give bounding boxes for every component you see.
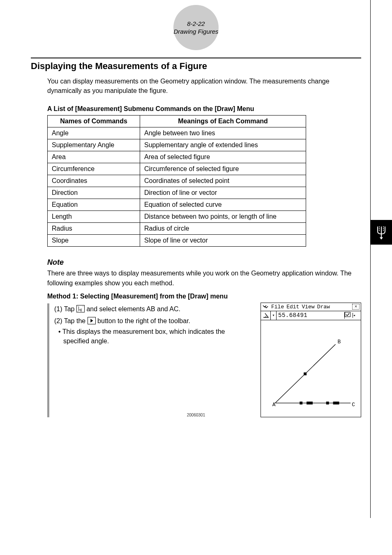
table-row: LengthDistance between two points, or le…	[48, 211, 306, 223]
section-title: Displaying the Measurements of a Figure	[31, 61, 361, 72]
point-b-label: B	[337, 338, 341, 345]
table-row: EquationEquation of selected curve	[48, 199, 306, 211]
table-row: DirectionDirection of line or vector	[48, 187, 306, 199]
table-row: RadiusRadius of circle	[48, 223, 306, 235]
commands-table: Names of Commands Meanings of Each Comma…	[47, 115, 306, 247]
svg-rect-16	[307, 402, 313, 405]
method1-step2: (2) Tap the button to the right of the t…	[54, 315, 252, 326]
note-body: There are three ways to display measurem…	[47, 268, 361, 287]
method1-head: Method 1: Selecting [Measurement] from t…	[47, 293, 361, 300]
confirm-icon[interactable]	[344, 312, 353, 319]
menu-view[interactable]: View	[302, 304, 314, 310]
table-row: CircumferenceCircumference of selected f…	[48, 163, 306, 175]
table-row: AngleAngle between two lines	[48, 127, 306, 139]
page-header-badge: 8-2-22 Drawing Figures	[173, 5, 219, 50]
select-tool-icon	[76, 305, 85, 312]
menubar: File Edit View Draw ×	[261, 303, 361, 311]
toolbar: ▾ 55.68491 ◂	[261, 311, 361, 320]
table-row: SlopeSlope of line or vector	[48, 235, 306, 247]
table-row: Supplementary AngleSupplementary angle o…	[48, 139, 306, 151]
point-a-label: A	[272, 402, 276, 408]
menu-file[interactable]: File	[271, 304, 284, 310]
table-header-row: Names of Commands Meanings of Each Comma…	[48, 116, 306, 127]
trident-icon	[375, 225, 387, 240]
measurement-value[interactable]: 55.68491	[277, 312, 344, 319]
toolbar-expand-icon	[88, 317, 96, 324]
svg-rect-13	[304, 372, 307, 375]
section-rule	[31, 58, 361, 58]
svg-rect-10	[345, 312, 350, 317]
table-head-left: Names of Commands	[48, 116, 140, 127]
footer-code: 20060301	[0, 413, 392, 417]
point-c-label: C	[352, 402, 355, 408]
note-head: Note	[47, 258, 361, 267]
table-row: AreaArea of selected figure	[48, 151, 306, 163]
menu-draw[interactable]: Draw	[317, 304, 330, 310]
menu-edit[interactable]: Edit	[286, 304, 299, 310]
chapter-name: Drawing Figures	[173, 28, 218, 36]
method-accent-bar	[47, 303, 49, 417]
close-icon[interactable]: ×	[352, 304, 360, 310]
table-row: CoordinatesCoordinates of selected point	[48, 175, 306, 187]
section-intro: You can display measurements on the Geom…	[47, 76, 361, 95]
collapse-icon[interactable]: ◂	[353, 313, 361, 318]
method1-step1: (1) Tap and select elements AB and AC.	[54, 303, 252, 314]
svg-marker-9	[90, 319, 93, 322]
calculator-screenshot: File Edit View Draw × ▾ 55.6	[261, 303, 361, 417]
method1-bullet: • This displays the measurement box, whi…	[63, 327, 252, 346]
page-ref: 8-2-22	[187, 20, 205, 28]
svg-rect-15	[326, 402, 329, 405]
table-caption: A List of [Measurement] Submenu Commands…	[47, 105, 361, 113]
table-head-right: Meanings of Each Command	[140, 116, 306, 127]
svg-rect-17	[333, 402, 339, 405]
svg-rect-14	[300, 402, 302, 405]
page-thumb-tab	[371, 220, 392, 245]
vertical-rule	[370, 0, 371, 518]
menu-toggle-icon[interactable]	[262, 304, 269, 310]
geometry-canvas[interactable]: A B C	[261, 320, 361, 417]
angle-icon[interactable]	[261, 311, 271, 320]
dropdown-icon[interactable]: ▾	[271, 311, 277, 320]
